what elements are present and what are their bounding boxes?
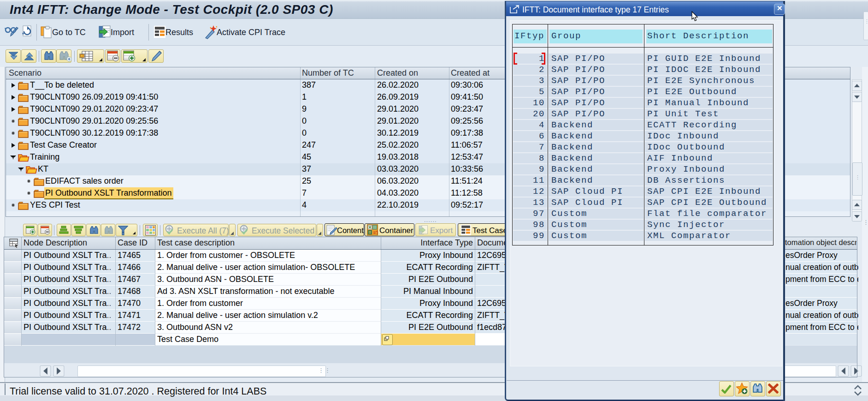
svg-text:=?: =? <box>373 230 378 235</box>
